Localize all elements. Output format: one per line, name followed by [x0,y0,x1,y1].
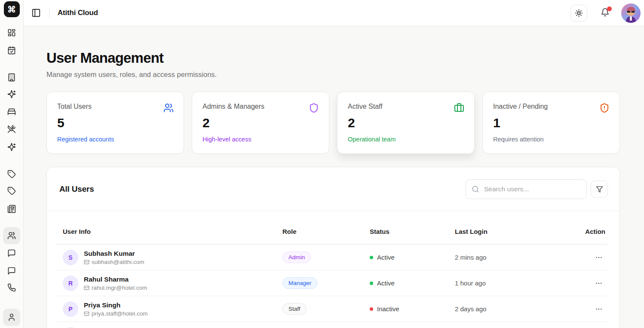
sidebar-toggle-icon[interactable] [31,8,41,18]
table-row: A Amit Verma [55,322,608,328]
last-login: 2 mins ago [448,254,577,261]
table-row: S Subhash Kumar subhash@atithi.com Admin… [55,245,608,270]
last-login: 1 hour ago [448,279,577,287]
search-box [466,179,587,199]
search-icon [472,185,479,193]
status-cell: Inactive [362,305,448,313]
ellipsis-icon [595,254,603,261]
col-action: Action [577,228,608,235]
top-header: Atithi Cloud [24,0,644,26]
user-name: Subhash Kumar [84,250,144,257]
tag-pricing-icon[interactable] [7,170,16,178]
stat-value: 2 [202,116,319,130]
stat-value: 2 [348,116,464,130]
more-options-button[interactable] [592,252,605,263]
hotel-building-icon[interactable] [7,73,16,82]
theme-toggle-button[interactable] [570,5,587,21]
user-email: rahul.mgr@hotel.com [84,285,147,291]
sidebar-rail: ⌘ [0,0,24,328]
newspaper-reports-icon[interactable] [7,205,16,213]
users-table: User Info Role Status Last Login Action … [55,211,608,328]
chat-messages-icon-2[interactable] [7,267,16,275]
col-user-info: User Info [55,228,275,235]
user-name: Rahul Sharma [84,276,147,283]
user-profile-icon[interactable] [3,309,20,326]
mail-icon [84,259,89,265]
sparkles-ai-icon[interactable] [7,90,16,98]
app-logo-command-icon[interactable]: ⌘ [4,1,20,17]
stat-card-inactive-pending[interactable]: Inactive / Pending 1 Requires attention [482,92,620,154]
briefcase-icon [454,103,464,115]
mail-icon [84,311,89,316]
calendar-check-icon[interactable] [7,46,16,55]
shield-alert-icon [599,103,610,115]
stat-caption: High-level access [202,136,319,143]
role-badge: Staff [282,303,307,315]
status-dot [370,282,373,285]
last-login: 2 days ago [448,305,577,313]
stat-card-total-users[interactable]: Total Users 5 Registered accounts [46,92,184,154]
ellipsis-icon [595,305,603,313]
bed-rooms-icon[interactable] [7,107,16,116]
chat-messages-icon[interactable] [7,249,16,257]
sun-icon [575,9,583,17]
stat-label: Inactive / Pending [493,103,609,110]
table-row: P Priya Singh priya.staff@hotel.com Staf… [55,296,608,322]
role-badge: Manager [282,277,317,289]
stat-card-admins-managers[interactable]: Admins & Managers 2 High-level access [192,92,329,154]
status-cell: Active [362,254,448,261]
table-row: R Rahul Sharma rahul.mgr@hotel.com Manag… [55,270,608,296]
user-email: priya.staff@hotel.com [84,310,148,317]
all-users-panel: All Users User Info Role Status Last Log… [46,167,620,328]
shield-icon [309,103,319,115]
role-badge: Admin [282,251,311,263]
restaurant-utensils-icon[interactable] [7,125,16,133]
stats-row: Total Users 5 Registered accounts Admins… [46,92,620,154]
notifications-button[interactable] [601,8,610,18]
user-email: subhash@atithi.com [84,259,144,265]
page-subtitle: Manage system users, roles, and access p… [46,71,620,79]
stat-card-active-staff[interactable]: Active Staff 2 Operational team [337,92,475,154]
stat-value: 1 [493,116,609,130]
stat-caption: Registered accounts [57,136,173,143]
sidebar-item-users-active[interactable] [3,227,20,244]
avatar: S [63,250,78,265]
app-title: Atithi Cloud [58,9,98,17]
notification-dot [607,6,612,11]
ellipsis-icon [595,279,603,287]
filter-funnel-icon [596,186,603,193]
filter-button[interactable] [591,181,608,198]
user-avatar[interactable] [621,3,641,23]
search-users-input[interactable] [466,179,587,199]
header-divider [49,8,49,18]
avatar: R [63,276,78,291]
stat-label: Total Users [57,103,173,110]
more-options-button[interactable] [592,303,605,315]
tag-offers-icon[interactable] [7,187,16,195]
more-options-button[interactable] [592,278,605,289]
status-cell: Active [362,279,448,287]
status-dot [370,256,373,259]
col-status: Status [362,228,448,235]
mail-icon [84,285,89,291]
stat-label: Active Staff [348,103,464,110]
stat-caption: Operational team [348,136,464,143]
col-last-login: Last Login [448,228,577,235]
avatar: P [63,301,78,317]
table-header-row: User Info Role Status Last Login Action [55,211,608,245]
stat-caption: Requires attention [493,136,609,143]
stat-value: 5 [57,116,173,130]
stat-label: Admins & Managers [202,103,319,110]
sparkles-ai-icon-2[interactable] [7,143,16,151]
user-name: Priya Singh [84,301,148,309]
phone-calls-icon[interactable] [7,283,16,292]
panel-title: All Users [59,184,94,194]
dashboard-icon[interactable] [7,28,16,37]
main-content: User Management Manage system users, rol… [24,26,644,328]
users-icon [163,103,174,115]
page-title: User Management [46,50,620,66]
status-dot [370,307,373,311]
col-role: Role [275,228,362,235]
